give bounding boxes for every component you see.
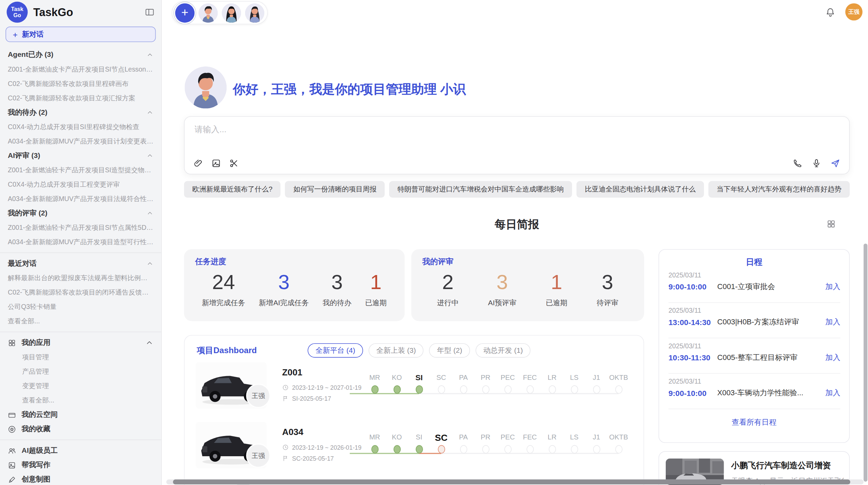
collapse-sidebar-icon[interactable]: [145, 7, 155, 17]
project-row-a034[interactable]: 王强 A034 2023-12-19 ~ 2026-01-19 SC-2025-…: [184, 421, 644, 481]
list-item[interactable]: C0X4-动力总成开发项目SI里程碑提交物检查: [0, 120, 161, 134]
join-link[interactable]: 加入: [825, 282, 841, 292]
suggestion-chip[interactable]: 欧洲新规最近颁布了什么?: [184, 181, 281, 198]
list-item[interactable]: A034-全新新能源MUV产品开发项目造型可行性评审: [0, 235, 161, 249]
agent-avatar-3[interactable]: [245, 3, 265, 23]
milestone-track: MR KO SI SC PA PR PEC FEC LR LS J1 OKTB: [364, 432, 630, 463]
bell-icon[interactable]: [825, 7, 835, 17]
main-area: + 王强 你好，王强，我是你的项目管理助理 小识: [162, 0, 868, 485]
chat-input[interactable]: [195, 125, 839, 134]
project-code: Z001: [282, 368, 302, 377]
suggestion-chip[interactable]: 如何写一份清晰的项目周报: [285, 181, 385, 198]
image-upload-icon[interactable]: [211, 158, 221, 168]
project-dates: 2023-12-19 ~ 2026-01-19: [282, 444, 361, 450]
list-item[interactable]: A034-全新新能源MUV产品开发项目计划变更表编写: [0, 134, 161, 148]
clock-icon: [282, 444, 289, 450]
logo-text-bottom: Go: [13, 12, 21, 18]
join-link[interactable]: 加入: [825, 388, 841, 398]
sidebar-item-my-apps[interactable]: 我的应用: [0, 336, 161, 350]
milestone-dot: [393, 385, 400, 394]
sidebar-item-favorites[interactable]: 我的收藏: [0, 422, 161, 436]
project-dates: 2023-12-19 ~ 2027-01-19: [282, 384, 361, 391]
tab-model-year[interactable]: 年型 (2): [429, 343, 470, 358]
agent-avatar-1[interactable]: [198, 3, 218, 23]
tab-new-platform[interactable]: 全新平台 (4): [308, 343, 363, 358]
list-item[interactable]: C02-飞腾新能源轻客改款项目里程碑画布: [0, 76, 161, 91]
milestone-label: KO: [392, 432, 402, 443]
list-item[interactable]: C02-飞腾新能源轻客改款项目的闭环通告反馈情况: [0, 285, 161, 299]
section-my-review[interactable]: 我的评审 (2): [0, 206, 161, 220]
list-item[interactable]: C0X4-动力总成开发项目工程变更评审: [0, 177, 161, 191]
list-item[interactable]: Z001-全新燃油轻卡产品开发项目SI节点属性5D文件评审: [0, 220, 161, 235]
milestone-dot: [571, 445, 578, 453]
sidebar-item-ai-staff[interactable]: AI超级员工: [0, 444, 161, 458]
join-link[interactable]: 加入: [825, 317, 841, 327]
stat-value: 3: [259, 270, 309, 295]
list-item[interactable]: 解释最新出台的欧盟报废车法规再生塑料比例被调至15%...: [0, 271, 161, 285]
join-link[interactable]: 加入: [825, 353, 841, 363]
section-label: 最近对话: [8, 259, 37, 269]
sidebar-item-help-write[interactable]: 帮我写作: [0, 458, 161, 472]
scissors-icon[interactable]: [229, 158, 239, 168]
suggestion-chip[interactable]: 特朗普可能对进口汽车增税会对中国车企造成哪些影响: [389, 181, 572, 198]
project-row-z001[interactable]: 王强 Z001 2023-12-19 ~ 2027-01-19 SI-2025-…: [184, 361, 644, 421]
send-icon[interactable]: [830, 158, 840, 168]
list-item[interactable]: C02-飞腾新能源轻客改款项目立项汇报方案: [0, 91, 161, 105]
daily-briefing-title: 每日简报: [184, 217, 850, 232]
horizontal-scrollbar-thumb[interactable]: [173, 480, 850, 485]
stat-label: 待评审: [597, 298, 618, 308]
chevron-up-icon: [146, 51, 154, 59]
stat-label: 我的待办: [323, 298, 351, 308]
sidebar-item-product-mgmt[interactable]: 产品管理: [0, 364, 161, 379]
list-item[interactable]: Z001-全新燃油轻卡产品开发项目SI造型提交物评审: [0, 163, 161, 177]
horizontal-scrollbar-track[interactable]: [166, 480, 864, 485]
view-all-link[interactable]: 查看全部...: [0, 314, 161, 328]
tab-powertrain[interactable]: 动总开发 (1): [475, 343, 531, 358]
attachment-icon[interactable]: [193, 158, 203, 168]
event-time: 9:00-10:00: [668, 389, 717, 398]
flag-label: SI-2025-05-17: [292, 395, 331, 402]
phone-icon[interactable]: [793, 158, 803, 168]
list-item[interactable]: 公司Q3轻卡销量: [0, 299, 161, 314]
microphone-icon[interactable]: [811, 158, 821, 168]
new-chat-button[interactable]: + 新对话: [5, 27, 156, 42]
sidebar-item-creative-draw[interactable]: 创意制图: [0, 472, 161, 485]
view-all-link[interactable]: 查看全部...: [0, 393, 161, 408]
section-my-todo[interactable]: 我的待办 (2): [0, 105, 161, 120]
milestone-dot: [460, 385, 467, 394]
sidebar-item-cloud-space[interactable]: 我的云空间: [0, 408, 161, 422]
sidebar-item-change-mgmt[interactable]: 变更管理: [0, 379, 161, 393]
sidebar-item-project-mgmt[interactable]: 项目管理: [0, 350, 161, 364]
view-all-schedule-link[interactable]: 查看所有日程: [659, 418, 849, 427]
sidebar: Task Go TaskGo + 新对话 Agent已办 (3) Z001-全新…: [0, 0, 162, 485]
schedule-title: 日程: [659, 250, 849, 268]
section-recent-chats[interactable]: 最近对话: [0, 256, 161, 271]
add-agent-button[interactable]: +: [175, 3, 195, 23]
project-owner-badge: 王强: [246, 444, 270, 468]
section-label: 我的待办 (2): [8, 108, 48, 117]
section-label: 我的评审 (2): [8, 208, 48, 218]
layout-grid-icon[interactable]: [827, 219, 836, 228]
milestone-track: MR KO SI SC PA PR PEC FEC LR LS J1 OKTB: [364, 372, 630, 403]
assistant-avatar: [184, 66, 227, 109]
milestone-dot: [415, 385, 423, 394]
section-agent-done[interactable]: Agent已办 (3): [0, 48, 161, 62]
stat-label: 新增完成任务: [202, 298, 245, 308]
section-ai-review[interactable]: AI评审 (3): [0, 148, 161, 163]
chevron-up-icon: [146, 210, 154, 217]
milestone-dot: [504, 385, 511, 394]
suggestion-chip[interactable]: 比亚迪全固态电池计划具体说了什么: [577, 181, 704, 198]
suggestion-chip[interactable]: 当下年轻人对汽车外观有怎样的喜好趋势: [708, 181, 849, 198]
event-time: 10:30-11:30: [668, 353, 717, 362]
creative-draw-label: 创意制图: [22, 474, 50, 484]
list-item[interactable]: Z001-全新燃油皮卡产品开发项目SI节点Lesson Learn报告: [0, 62, 161, 76]
project-flag-milestone: SC-2025-05-17: [282, 455, 334, 462]
list-item[interactable]: A034-全新新能源MUV产品开发项目法规符合性评审: [0, 191, 161, 206]
vertical-scrollbar-thumb[interactable]: [864, 244, 867, 482]
milestone-dot: [504, 445, 511, 453]
agent-avatar-2[interactable]: [222, 3, 241, 23]
tab-new-body[interactable]: 全新上装 (3): [369, 343, 424, 358]
stat-value: 1: [546, 270, 567, 295]
user-avatar[interactable]: 王强: [845, 3, 863, 21]
schedule-card: 日程 2025/03/11 9:00-10:00 C001-立项审批会 加入 2…: [659, 249, 850, 443]
